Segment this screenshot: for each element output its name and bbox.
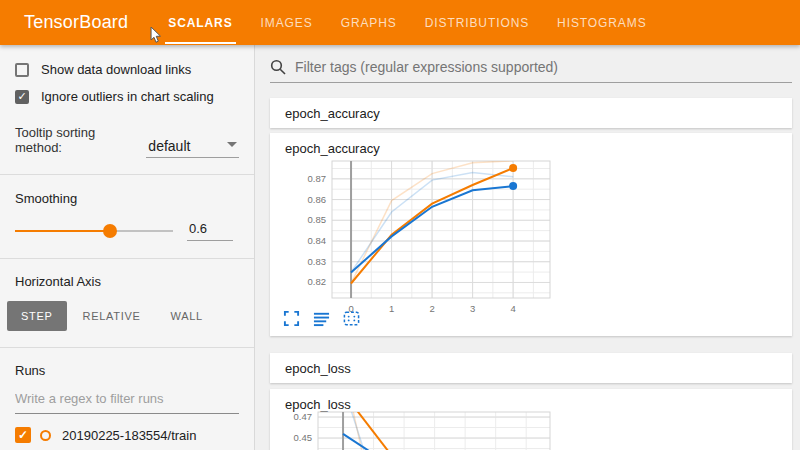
run-label: 20190225-183554/train [62, 428, 196, 443]
nav-tabs: SCALARSIMAGESGRAPHSDISTRIBUTIONSHISTOGRA… [154, 0, 660, 45]
app-title: TensorBoard [24, 12, 128, 33]
expand-icon[interactable] [283, 310, 300, 327]
sidebar-checkboxes: Show data download links✓Ignore outliers… [15, 62, 239, 104]
tab-images[interactable]: IMAGES [247, 0, 327, 45]
svg-text:4: 4 [510, 303, 515, 314]
option-row: Show data download links [15, 62, 239, 77]
sidebar: Show data download links✓Ignore outliers… [0, 45, 255, 450]
axis-option-wall[interactable]: WALL [157, 301, 217, 331]
app-body: Show data download links✓Ignore outliers… [0, 45, 800, 450]
tag-filter-bar [270, 45, 792, 83]
axis-option-relative[interactable]: RELATIVE [69, 301, 155, 331]
runs-filter-input[interactable] [15, 383, 239, 414]
smoothing-value-input[interactable] [187, 221, 233, 241]
svg-text:0.47: 0.47 [294, 411, 313, 422]
svg-text:0.87: 0.87 [308, 173, 327, 184]
log-scale-icon[interactable] [313, 310, 330, 327]
checkbox[interactable] [15, 63, 29, 77]
epoch-accuracy-card: epoch_accuracy 0.820.830.840.850.860.870… [270, 133, 792, 336]
tooltip-sort-dropdown[interactable]: default [146, 138, 239, 158]
svg-text:3: 3 [470, 303, 475, 314]
tooltip-sort-row: Tooltip sorting method: default [15, 125, 239, 158]
svg-text:0.82: 0.82 [308, 276, 327, 287]
epoch-loss-chart[interactable]: 0.470.45 [270, 404, 570, 450]
checkbox-label: Ignore outliers in chart scaling [41, 89, 214, 104]
svg-text:0.86: 0.86 [308, 194, 327, 205]
axis-option-step[interactable]: STEP [7, 301, 67, 331]
svg-text:0.45: 0.45 [294, 432, 313, 443]
main-content: epoch_accuracy epoch_accuracy 0.820.830.… [255, 45, 800, 450]
app-header: TensorBoard SCALARSIMAGESGRAPHSDISTRIBUT… [0, 0, 800, 45]
run-color-circle[interactable] [40, 430, 51, 441]
run-checkbox[interactable]: ✓ [15, 427, 31, 443]
tab-scalars[interactable]: SCALARS [154, 0, 246, 45]
tag-group-title: epoch_loss [285, 361, 351, 376]
tag-filter-input[interactable] [295, 59, 792, 75]
checkbox[interactable]: ✓ [15, 90, 29, 104]
search-icon [270, 59, 286, 75]
runs-label: Runs [15, 363, 239, 378]
tab-graphs[interactable]: GRAPHS [327, 0, 411, 45]
fit-domain-icon[interactable] [343, 310, 360, 327]
smoothing-slider[interactable] [15, 224, 173, 238]
epoch-accuracy-chart[interactable]: 0.820.830.840.850.860.8701234 [270, 151, 570, 323]
runs-list: ✓20190225-183554/train✓20190225-183554/v… [15, 427, 239, 450]
smoothing-label: Smoothing [15, 191, 239, 206]
smoothing-row [15, 221, 239, 241]
slider-fill [15, 230, 110, 232]
tag-group-epoch-accuracy[interactable]: epoch_accuracy [270, 98, 792, 128]
tag-group-title: epoch_accuracy [285, 106, 380, 121]
tooltip-sort-label: Tooltip sorting method: [15, 125, 138, 158]
checkbox-label: Show data download links [41, 62, 191, 77]
tab-histograms[interactable]: HISTOGRAMS [543, 0, 660, 45]
svg-text:0.85: 0.85 [308, 214, 327, 225]
chart-toolbar [283, 310, 373, 327]
svg-text:0.83: 0.83 [308, 256, 327, 267]
run-row: ✓20190225-183554/train [15, 427, 239, 443]
horizontal-axis-options: STEPRELATIVEWALL [7, 301, 239, 331]
option-row: ✓Ignore outliers in chart scaling [15, 89, 239, 104]
tab-distributions[interactable]: DISTRIBUTIONS [411, 0, 543, 45]
svg-text:2: 2 [429, 303, 434, 314]
svg-text:1: 1 [389, 303, 394, 314]
chevron-down-icon [227, 142, 237, 147]
tooltip-sort-value: default [148, 138, 190, 154]
svg-text:0.84: 0.84 [308, 235, 327, 246]
epoch-loss-card: epoch_loss 0.470.45 [270, 389, 792, 450]
slider-thumb[interactable] [103, 224, 117, 238]
tag-group-epoch-loss[interactable]: epoch_loss [270, 353, 792, 383]
horizontal-axis-label: Horizontal Axis [15, 274, 239, 289]
tensorboard-app: { "header": { "title": "TensorBoard", "t… [0, 0, 800, 450]
